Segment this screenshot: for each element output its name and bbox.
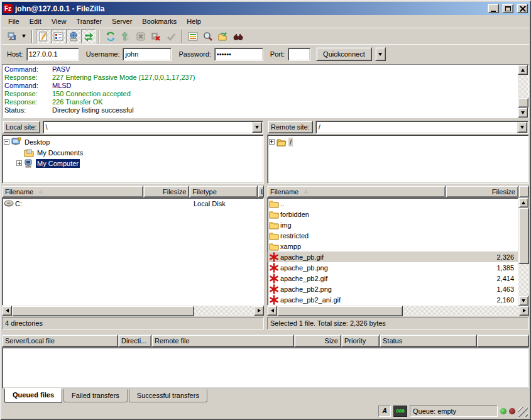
- username-input[interactable]: [123, 48, 172, 61]
- toggle-local-tree-button[interactable]: [51, 29, 65, 43]
- column-direction[interactable]: Directi...: [118, 334, 151, 347]
- file-name: restricted: [280, 232, 309, 240]
- scroll-right-button[interactable]: [254, 306, 264, 316]
- transfer-type-icon[interactable]: A: [378, 406, 391, 417]
- column-filename[interactable]: Filename: [267, 185, 446, 197]
- quickconnect-dropdown-button[interactable]: [375, 47, 386, 61]
- local-horizontal-scrollbar[interactable]: [2, 306, 264, 316]
- cancel-button[interactable]: [133, 29, 148, 43]
- tab-queued-files[interactable]: Queued files: [4, 389, 62, 403]
- column-status[interactable]: Status: [380, 334, 477, 347]
- remote-horizontal-scrollbar[interactable]: [267, 306, 529, 316]
- column-filetype[interactable]: Filetype: [189, 185, 258, 197]
- host-input[interactable]: [26, 48, 79, 61]
- menu-bookmarks[interactable]: Bookmarks: [137, 16, 182, 26]
- file-row[interactable]: forbidden: [268, 209, 518, 219]
- directory-comparison-button[interactable]: [216, 29, 230, 43]
- scroll-right-button[interactable]: [519, 306, 529, 316]
- synchronized-browsing-button[interactable]: [231, 29, 245, 43]
- file-row[interactable]: apache_pb2_ani.gif 2,160: [268, 294, 518, 305]
- column-size[interactable]: Size: [294, 334, 341, 347]
- file-row[interactable]: ..: [268, 198, 518, 209]
- tree-item-root[interactable]: /: [269, 136, 527, 147]
- remote-site-label: Remote site:: [268, 121, 313, 133]
- menu-transfer[interactable]: Transfer: [71, 16, 107, 26]
- column-remote-file[interactable]: Remote file: [151, 334, 294, 347]
- menu-file[interactable]: File: [3, 16, 25, 26]
- column-filesize[interactable]: Filesize: [143, 185, 189, 197]
- scrollbar-thumb[interactable]: [12, 306, 194, 316]
- scroll-down-button[interactable]: [518, 108, 528, 118]
- file-row[interactable]: apache_pb2.gif 2,414: [268, 273, 518, 284]
- file-row[interactable]: restricted: [268, 230, 518, 241]
- scroll-up-button[interactable]: [518, 197, 528, 207]
- title-bar[interactable]: Fz john@127.0.0.1 - FileZilla: [2, 2, 529, 15]
- collapse-icon[interactable]: [4, 139, 9, 145]
- scrollbar-thumb[interactable]: [518, 97, 528, 108]
- port-input[interactable]: [288, 48, 310, 61]
- toggle-remote-tree-button[interactable]: [66, 29, 80, 43]
- minimize-button[interactable]: [488, 4, 499, 13]
- sort-asc-icon: [38, 189, 43, 194]
- menu-help[interactable]: Help: [182, 16, 206, 26]
- column-last-modified[interactable]: L: [258, 185, 264, 197]
- expand-icon[interactable]: [16, 160, 22, 166]
- tab-failed-transfers[interactable]: Failed transfers: [63, 389, 128, 402]
- scrollbar-thumb[interactable]: [277, 306, 403, 316]
- menu-server[interactable]: Server: [107, 16, 137, 26]
- scrollbar-track[interactable]: [518, 75, 528, 108]
- scrollbar-track[interactable]: [12, 306, 254, 316]
- file-row[interactable]: img: [268, 219, 518, 230]
- horizontal-splitter[interactable]: [2, 329, 529, 334]
- file-row-selected[interactable]: apache_pb.gif 2,326: [268, 251, 518, 262]
- transfer-queue-list[interactable]: [2, 347, 529, 389]
- scroll-up-button[interactable]: [518, 65, 528, 75]
- remote-vertical-scrollbar[interactable]: [518, 197, 529, 306]
- scrollbar-track[interactable]: [518, 207, 529, 296]
- speed-limit-icon[interactable]: 888: [393, 406, 407, 417]
- scrollbar-track[interactable]: [277, 306, 519, 316]
- column-priority[interactable]: Priority: [341, 334, 380, 347]
- close-button[interactable]: [517, 4, 528, 13]
- tree-item-my-computer[interactable]: My Computer: [4, 158, 262, 169]
- resize-grip[interactable]: [518, 407, 528, 417]
- refresh-button[interactable]: [103, 29, 118, 43]
- tab-successful-transfers[interactable]: Successful transfers: [129, 389, 207, 402]
- file-row-c-drive[interactable]: C: Local Disk: [3, 198, 263, 209]
- maximize-button[interactable]: [502, 4, 513, 13]
- local-site-combobox[interactable]: \: [43, 121, 263, 134]
- scroll-left-button[interactable]: [2, 306, 12, 316]
- site-manager-button[interactable]: [4, 29, 19, 43]
- combo-dropdown-button[interactable]: [517, 122, 527, 133]
- column-filename[interactable]: Filename: [2, 185, 143, 197]
- password-input[interactable]: [214, 48, 263, 61]
- message-log-body: Command:PASV Response:227 Entering Passi…: [3, 65, 518, 118]
- remote-site-combobox[interactable]: /: [315, 121, 528, 134]
- menu-view[interactable]: View: [47, 16, 72, 26]
- scrollbar-thumb[interactable]: [518, 207, 529, 264]
- combo-dropdown-button[interactable]: [252, 122, 262, 133]
- toggle-message-log-button[interactable]: [36, 29, 50, 43]
- file-size: [446, 230, 518, 241]
- reconnect-button[interactable]: [163, 29, 178, 43]
- find-files-button[interactable]: [200, 29, 215, 43]
- file-size: [446, 241, 518, 251]
- quickconnect-button[interactable]: Quickconnect: [316, 47, 372, 61]
- column-filesize[interactable]: Filesize: [446, 185, 518, 197]
- process-queue-button[interactable]: [118, 29, 133, 43]
- file-row[interactable]: apache_pb2.png 1,463: [268, 284, 518, 294]
- tree-item-desktop[interactable]: Desktop: [4, 136, 262, 147]
- scroll-down-button[interactable]: [518, 296, 528, 306]
- file-row[interactable]: xampp: [268, 241, 518, 251]
- disconnect-button[interactable]: [148, 29, 163, 43]
- scroll-left-button[interactable]: [267, 306, 277, 316]
- toggle-transfer-queue-button[interactable]: [81, 29, 96, 43]
- column-server-local-file[interactable]: Server/Local file: [2, 334, 118, 347]
- menu-edit[interactable]: Edit: [25, 16, 47, 26]
- filter-button[interactable]: [185, 29, 200, 43]
- expand-icon[interactable]: [269, 139, 275, 145]
- log-vertical-scrollbar[interactable]: [518, 65, 528, 118]
- site-manager-dropdown-button[interactable]: [19, 29, 28, 43]
- tree-item-my-documents[interactable]: My Documents: [4, 147, 262, 158]
- file-row[interactable]: apache_pb.png 1,385: [268, 262, 518, 273]
